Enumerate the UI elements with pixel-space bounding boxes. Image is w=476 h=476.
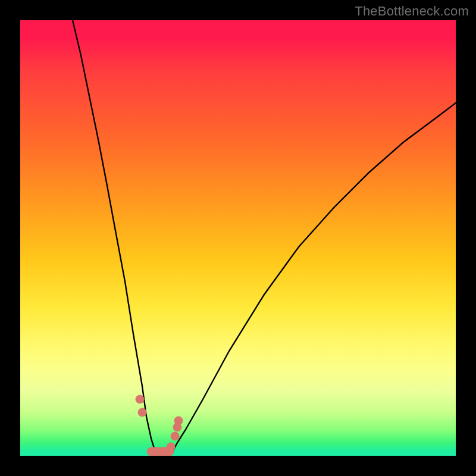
svg-point-6 bbox=[167, 443, 175, 451]
svg-point-7 bbox=[171, 432, 179, 440]
svg-point-0 bbox=[136, 395, 144, 403]
svg-point-5 bbox=[160, 449, 168, 456]
chart-svg bbox=[20, 20, 456, 456]
chart-frame: TheBottleneck.com bbox=[0, 0, 476, 476]
svg-point-9 bbox=[174, 416, 183, 425]
svg-point-1 bbox=[138, 408, 146, 416]
watermark-text: TheBottleneck.com bbox=[355, 4, 469, 19]
plot-area bbox=[20, 20, 456, 456]
bottleneck-curve bbox=[73, 20, 456, 456]
